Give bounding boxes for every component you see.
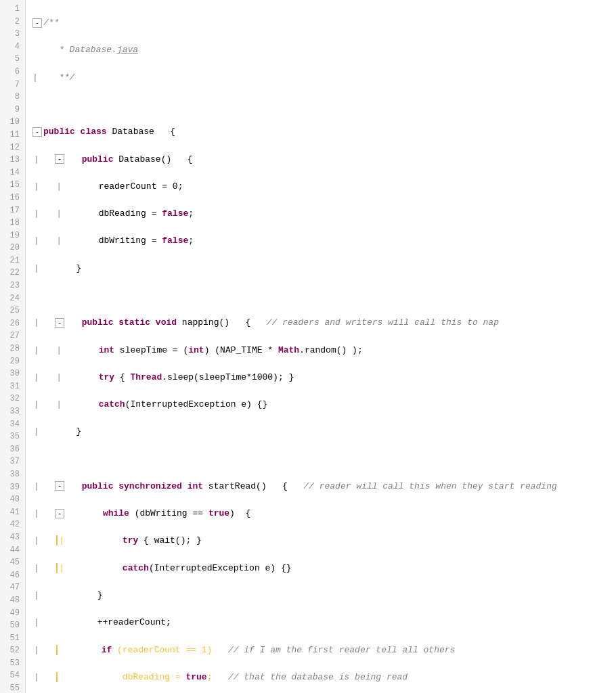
line-2: * Database.java [31,43,616,57]
line-20: | | try { wait(); } [31,534,616,547]
code-content: -/** * Database.java | **/ -public class… [26,0,616,693]
line-numbers: 12345 678910 1112131415 1617181920 21222… [0,0,26,693]
line-19: | - while (dbWriting == true) { [31,507,616,520]
line-9: | | dbWriting = false; [31,234,616,248]
line-6: | - public Database() { [31,153,616,166]
line-13: | | int sleepTime = (int) (NAP_TIME * Ma… [31,344,616,357]
line-22: | } [31,589,616,602]
line-14: | | try { Thread.sleep(sleepTime*1000); … [31,371,616,384]
fold-icon-12[interactable]: - [55,318,64,328]
line-4 [31,98,616,112]
fold-icon-19[interactable]: - [55,509,64,518]
line-12: | - public static void napping() { // re… [31,316,616,330]
line-24: | if (readerCount == 1) // if I am the f… [31,644,616,657]
line-8: | | dbReading = false; [31,207,616,221]
line-18: | - public synchronized int startRead() … [31,480,616,493]
fold-icon-18[interactable]: - [55,481,64,491]
line-3: | **/ [31,71,616,85]
line-7: | | readerCount = 0; [31,180,616,194]
line-11 [31,289,616,303]
code-editor: 12345 678910 1112131415 1617181920 21222… [0,0,616,693]
fold-icon-1[interactable]: - [32,18,42,28]
line-21: | | catch(InterruptedException e) {} [31,562,616,575]
line-16: | } [31,425,616,439]
line-15: | | catch(InterruptedException e) {} [31,398,616,411]
fold-icon-6[interactable]: - [55,154,64,164]
line-25: | dbReading = true; // that the database… [31,671,616,684]
line-17 [31,453,616,466]
line-5: -public class Database { [31,125,616,139]
line-10: | } [31,262,616,275]
line-1: -/** [31,16,616,30]
line-23: | ++readerCount; [31,616,616,629]
fold-icon-5[interactable]: - [32,127,42,137]
